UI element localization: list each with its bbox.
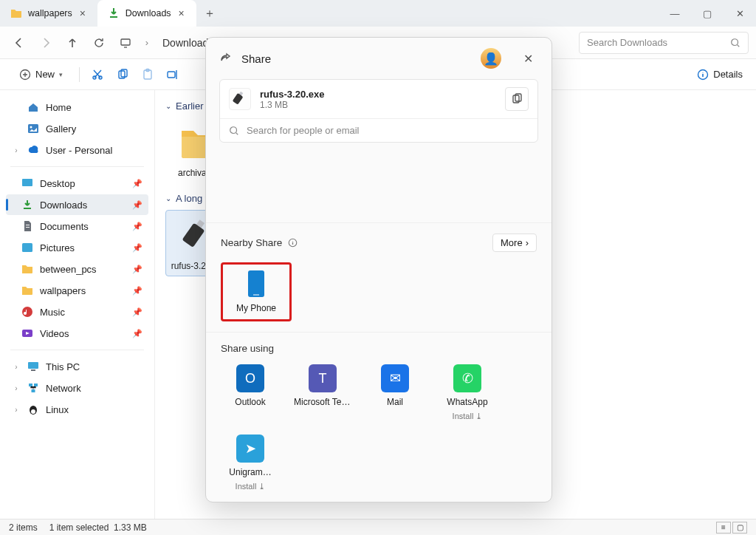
chevron-right-icon[interactable]: ›: [12, 146, 21, 154]
details-label: Details: [713, 69, 743, 80]
dialog-close-button[interactable]: ✕: [518, 48, 538, 69]
sidebar-item-pictures[interactable]: Pictures 📌: [6, 237, 148, 258]
usb-drive-icon: [229, 88, 251, 110]
search-icon: [730, 38, 740, 48]
svg-point-30: [230, 126, 237, 133]
close-icon[interactable]: ×: [177, 7, 186, 19]
share-file-card: rufus-3.20.exe 1.3 MB Search for people …: [219, 79, 538, 143]
user-avatar[interactable]: 👤: [481, 48, 501, 69]
close-window-button[interactable]: ✕: [724, 0, 756, 27]
back-button[interactable]: [7, 31, 31, 55]
app-icon: ✆: [453, 364, 481, 392]
app-label: WhatsApp: [447, 397, 487, 407]
plus-circle-icon: [19, 69, 31, 81]
sidebar-item-videos[interactable]: Videos 📌: [6, 323, 148, 344]
new-button[interactable]: New ▾: [13, 66, 69, 84]
sidebar-item-wallpapers[interactable]: wallpapers 📌: [6, 280, 148, 301]
tab-wallpapers[interactable]: wallpapers ×: [0, 0, 97, 27]
paste-button[interactable]: [140, 67, 155, 82]
sidebar-item-gallery[interactable]: Gallery: [6, 118, 148, 139]
downloads-icon: [108, 7, 120, 19]
svg-rect-13: [22, 179, 32, 186]
sidebar-item-network[interactable]: › Network: [6, 378, 148, 398]
close-icon[interactable]: ×: [78, 7, 87, 19]
sidebar-item-user-personal[interactable]: › User - Personal: [6, 140, 148, 160]
view-list-button[interactable]: ≡: [716, 522, 731, 534]
minimize-button[interactable]: ―: [659, 0, 691, 27]
new-tab-button[interactable]: ＋: [196, 0, 223, 27]
share-app-microsoft-teams-[interactable]: T Microsoft Teams…: [293, 364, 352, 421]
svg-point-12: [30, 126, 32, 129]
details-button[interactable]: Details: [697, 69, 743, 81]
sidebar-item-downloads[interactable]: Downloads 📌: [6, 194, 148, 215]
videos-icon: [21, 327, 34, 340]
search-input[interactable]: Search Downloads: [579, 32, 749, 54]
svg-rect-17: [28, 362, 38, 369]
sidebar-item-documents[interactable]: Documents 📌: [6, 216, 148, 236]
svg-rect-0: [121, 39, 130, 45]
folder-icon: [10, 7, 22, 19]
search-icon: [229, 126, 239, 136]
music-icon: [21, 305, 34, 318]
app-icon: ➤: [236, 435, 264, 463]
phone-icon: [248, 270, 264, 297]
folder-icon: [21, 284, 34, 297]
pin-icon: 📌: [132, 200, 142, 210]
sidebar-item-home[interactable]: Home: [6, 97, 148, 117]
app-label: Outlook: [235, 397, 265, 407]
sidebar-item-linux[interactable]: › Linux: [6, 399, 148, 420]
pc-icon[interactable]: [114, 31, 137, 55]
chevron-right-icon[interactable]: ›: [12, 406, 21, 414]
share-search-placeholder: Search for people or email: [247, 125, 359, 136]
maximize-button[interactable]: ▢: [691, 0, 724, 27]
sidebar-item-music[interactable]: Music 📌: [6, 301, 148, 322]
tab-downloads[interactable]: Downloads ×: [97, 0, 196, 27]
pin-icon: 📌: [132, 329, 142, 338]
home-icon: [27, 100, 40, 114]
svg-point-23: [31, 409, 35, 414]
refresh-button[interactable]: [87, 31, 111, 55]
sidebar-item-this-pc[interactable]: › This PC: [6, 356, 148, 377]
app-sublabel: Install ⤓: [453, 412, 483, 421]
app-icon: ✉: [381, 364, 409, 392]
sidebar-item-desktop[interactable]: Desktop 📌: [6, 173, 148, 194]
nearby-device-my-phone[interactable]: My Phone: [221, 262, 292, 321]
chevron-right-icon[interactable]: ›: [12, 384, 21, 392]
copy-button[interactable]: [115, 67, 130, 82]
share-app-mail[interactable]: ✉ Mail: [365, 364, 425, 421]
up-button[interactable]: [61, 31, 84, 55]
pin-icon: 📌: [132, 307, 142, 317]
share-dialog: Share 👤 ✕ rufus-3.20.exe 1.3 MB Search f…: [205, 37, 552, 502]
chevron-right-icon[interactable]: ›: [12, 363, 21, 371]
share-using-label: Share using: [221, 343, 274, 354]
linux-icon: [27, 403, 40, 416]
chevron-right-icon: ›: [526, 237, 529, 248]
new-label: New: [35, 69, 55, 80]
share-using-section: Share using O Outlook T Microsoft Teams……: [206, 332, 551, 502]
app-icon: T: [309, 364, 337, 392]
pictures-icon: [21, 241, 34, 254]
share-app-outlook[interactable]: O Outlook: [221, 364, 280, 421]
svg-rect-18: [31, 369, 35, 371]
pin-icon: 📌: [132, 243, 142, 253]
more-button[interactable]: More ›: [492, 234, 537, 252]
share-app-unigram-[interactable]: ➤ Unigram… Install ⤓: [221, 435, 280, 491]
pin-icon: 📌: [132, 265, 142, 274]
share-app-whatsapp[interactable]: ✆ WhatsApp Install ⤓: [438, 364, 497, 421]
nearby-share-label: Nearby Share: [221, 237, 282, 248]
rename-button[interactable]: [165, 67, 180, 82]
cloud-icon: [27, 143, 40, 157]
share-search-input[interactable]: Search for people or email: [220, 119, 537, 142]
device-label: My Phone: [236, 303, 276, 313]
chevron-right-icon[interactable]: ›: [140, 31, 154, 55]
forward-button[interactable]: [34, 31, 58, 55]
view-grid-button[interactable]: ▢: [732, 522, 747, 534]
info-icon[interactable]: [288, 238, 298, 248]
app-label: Mail: [387, 397, 403, 407]
dialog-title: Share: [241, 52, 271, 65]
copy-file-button[interactable]: [505, 87, 529, 111]
app-label: Unigram…: [229, 467, 271, 477]
cut-button[interactable]: [90, 67, 105, 82]
sidebar-item-between-pcs[interactable]: between_pcs 📌: [6, 259, 148, 279]
tab-label: Downloads: [126, 8, 171, 18]
